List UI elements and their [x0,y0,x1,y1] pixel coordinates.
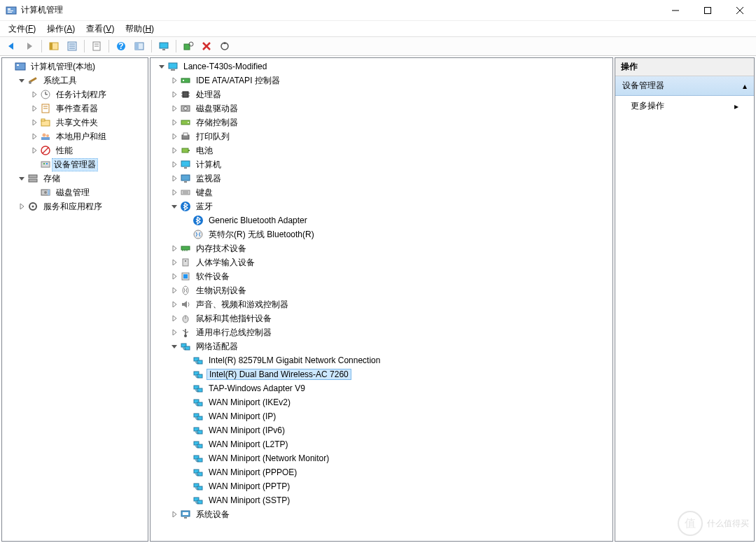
expand-toggle[interactable] [170,510,178,519]
tree-item[interactable]: WAN Miniport (IKEv2) [150,395,612,409]
tree-item[interactable]: IDE ATA/ATAPI 控制器 [150,73,612,87]
tree-item[interactable]: 性能 [2,143,148,157]
console-tree[interactable]: 计算机管理(本地)系统工具任务计划程序事件查看器共享文件夹本地用户和组性能设备管… [1,57,148,542]
tree-item[interactable]: 声音、视频和游戏控制器 [150,297,612,311]
tree-item[interactable]: 内存技术设备 [150,241,612,255]
more-actions-item[interactable]: 更多操作 ▸ [615,96,754,116]
expand-toggle[interactable] [30,146,38,155]
expand-toggle[interactable] [170,160,178,169]
tree-item[interactable]: Intel(R) Dual Band Wireless-AC 7260 [150,367,612,381]
tree-item[interactable]: 磁盘驱动器 [150,101,612,115]
tree-item[interactable]: Intel(R) 82579LM Gigabit Network Connect… [150,353,612,367]
expand-toggle[interactable] [30,90,38,99]
svg-point-103 [194,230,202,239]
tree-item[interactable]: 生物识别设备 [150,283,612,297]
expand-toggle[interactable] [18,202,26,211]
expand-toggle[interactable] [30,132,38,141]
tree-item[interactable]: 本地用户和组 [2,129,148,143]
tree-item[interactable]: 计算机管理(本地) [2,59,148,73]
update-driver-button[interactable] [216,38,233,54]
monitor-button[interactable] [155,38,172,54]
device-tree[interactable]: Lance-T430s-ModifiedIDE ATA/ATAPI 控制器处理器… [150,57,613,542]
tree-item[interactable]: TAP-Windows Adapter V9 [150,381,612,395]
tree-item[interactable]: 磁盘管理 [2,185,148,199]
scan-hardware-button[interactable] [180,38,197,54]
expand-toggle[interactable] [170,342,178,351]
tree-item[interactable]: 通用串行总线控制器 [150,325,612,339]
tree-item[interactable]: 共享文件夹 [2,115,148,129]
minimize-button[interactable] [659,0,692,21]
tree-item[interactable]: WAN Miniport (SSTP) [150,493,612,507]
show-hide-tree-button[interactable] [46,38,62,54]
tree-item[interactable]: WAN Miniport (Network Monitor) [150,451,612,465]
actions-section[interactable]: 设备管理器 ▴ [615,76,754,96]
tree-item[interactable]: 软件设备 [150,269,612,283]
expand-toggle[interactable] [170,300,178,309]
tree-item[interactable]: 鼠标和其他指针设备 [150,311,612,325]
tree-item[interactable]: 监视器 [150,171,612,185]
tree-item[interactable]: 打印队列 [150,129,612,143]
expand-toggle[interactable] [30,118,38,127]
expand-toggle[interactable] [170,132,178,141]
svg-marker-96 [173,190,176,195]
expand-toggle[interactable] [18,76,26,85]
tree-item[interactable]: WAN Miniport (IPv6) [150,423,612,437]
tree-item[interactable]: 系统设备 [150,507,612,521]
tree-item[interactable]: 存储 [2,171,148,185]
console-tree-button[interactable] [131,38,148,54]
expand-toggle[interactable] [170,174,178,183]
expand-toggle[interactable] [170,258,178,267]
maximize-button[interactable] [692,0,724,21]
tree-item[interactable]: 设备管理器 [2,157,148,171]
expand-toggle[interactable] [170,104,178,113]
tree-item-label: IDE ATA/ATAPI 控制器 [194,74,282,87]
tree-item[interactable]: 键盘 [150,185,612,199]
svg-rect-5 [705,7,711,13]
expand-toggle[interactable] [170,286,178,295]
tree-item[interactable]: 处理器 [150,87,612,101]
expand-toggle[interactable] [170,272,178,281]
tree-item[interactable]: Generic Bluetooth Adapter [150,213,612,227]
tree-item[interactable]: 存储控制器 [150,115,612,129]
tree-item[interactable]: Lance-T430s-Modified [150,59,612,73]
expand-toggle[interactable] [170,76,178,85]
back-button[interactable] [3,38,20,54]
tree-item[interactable]: 人体学输入设备 [150,255,612,269]
expand-toggle[interactable] [170,90,178,99]
forward-button[interactable] [21,38,38,54]
expand-toggle[interactable] [170,202,178,211]
tree-item[interactable]: 计算机 [150,157,612,171]
tree-item[interactable]: 服务和应用程序 [2,199,148,213]
menu-help[interactable]: 帮助(H) [121,22,158,36]
tree-item[interactable]: WAN Miniport (PPPOE) [150,465,612,479]
tree-item[interactable]: WAN Miniport (IP) [150,409,612,423]
tree-item[interactable]: 网络适配器 [150,339,612,353]
help-button[interactable]: ? [113,38,130,54]
tree-item[interactable]: 英特尔(R) 无线 Bluetooth(R) [150,227,612,241]
expand-toggle[interactable] [170,314,178,323]
menu-view[interactable]: 查看(V) [82,22,118,36]
tree-item[interactable]: 系统工具 [2,73,148,87]
svg-marker-63 [20,204,24,209]
tree-item[interactable]: WAN Miniport (L2TP) [150,437,612,451]
tree-item[interactable]: WAN Miniport (PPTP) [150,479,612,493]
export-button[interactable] [88,38,105,54]
uninstall-button[interactable] [198,38,215,54]
expand-toggle[interactable] [18,174,26,183]
tree-item[interactable]: 事件查看器 [2,101,148,115]
expand-toggle[interactable] [170,328,178,337]
expand-toggle[interactable] [170,118,178,127]
tree-item[interactable]: 电池 [150,143,612,157]
tree-item[interactable]: 任务计划程序 [2,87,148,101]
expand-toggle[interactable] [170,146,178,155]
close-button[interactable] [724,0,756,21]
bio-icon [180,285,191,296]
tree-item[interactable]: 蓝牙 [150,199,612,213]
expand-toggle[interactable] [170,188,178,197]
expand-toggle[interactable] [170,244,178,253]
expand-toggle[interactable] [158,62,166,71]
properties-button[interactable] [64,38,80,54]
menu-action[interactable]: 操作(A) [43,22,79,36]
menu-file[interactable]: 文件(F) [4,22,40,36]
expand-toggle[interactable] [30,104,38,113]
